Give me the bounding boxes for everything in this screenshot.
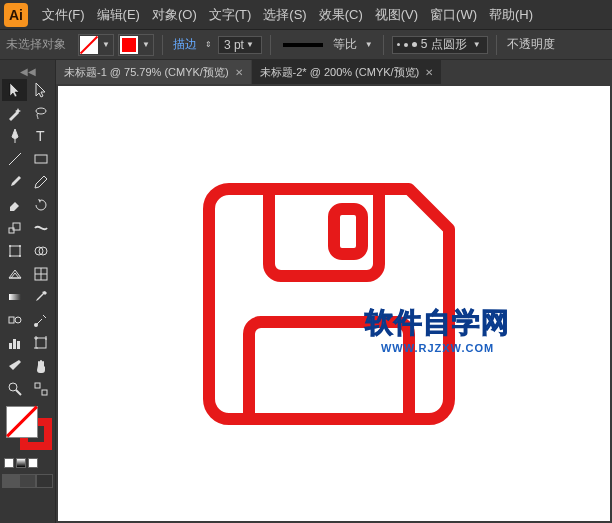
column-graph-tool[interactable] [2,332,27,354]
color-mode-color[interactable] [4,458,14,468]
svg-point-8 [19,245,21,247]
menu-file[interactable]: 文件(F) [36,6,91,24]
blend-tool[interactable] [2,309,27,331]
brush-preview-icon [397,42,417,47]
slice-tool[interactable] [2,355,27,377]
eyedropper-tool[interactable] [28,286,53,308]
close-icon[interactable]: ✕ [425,67,433,78]
svg-rect-3 [35,155,47,163]
menu-object[interactable]: 对象(O) [146,6,203,24]
print-tiling-tool[interactable] [28,378,53,400]
stroke-weight-field[interactable]: 3 pt▼ [218,36,262,54]
pen-tool[interactable] [2,125,27,147]
svg-point-18 [15,317,21,323]
brush-name: 5 点圆形 [421,36,467,53]
pencil-tool[interactable] [28,171,53,193]
draw-inside[interactable] [36,474,53,488]
canvas[interactable]: 软件自学网 WWW.RJZXW.COM [58,86,610,521]
svg-point-9 [9,255,11,257]
tab-doc-2[interactable]: 未标题-2* @ 200% (CMYK/预览) ✕ [252,60,442,84]
svg-rect-20 [9,343,12,349]
stroke-preview [283,43,323,47]
selection-tool[interactable] [2,79,27,101]
magic-wand-tool[interactable] [2,102,27,124]
svg-point-24 [9,383,17,391]
symbol-sprayer-tool[interactable] [28,309,53,331]
shape-builder-tool[interactable] [28,240,53,262]
menu-view[interactable]: 视图(V) [369,6,424,24]
brush-field[interactable]: 5 点圆形 ▼ [392,36,488,54]
workspace: 未标题-1 @ 75.79% (CMYK/预览) ✕ 未标题-2* @ 200%… [56,60,612,523]
selection-status: 未选择对象 [6,36,66,53]
menu-type[interactable]: 文字(T) [203,6,258,24]
line-tool[interactable] [2,148,27,170]
lasso-tool[interactable] [28,102,53,124]
type-tool[interactable]: T [28,125,53,147]
dropdown-icon: ▼ [100,40,112,49]
svg-line-2 [9,153,21,165]
mesh-tool[interactable] [28,263,53,285]
svg-rect-26 [35,383,40,388]
watermark-title: 软件自学网 [365,304,510,342]
panel-collapse-icon[interactable]: ◀◀ [2,64,53,79]
direct-selection-tool[interactable] [28,79,53,101]
menu-effect[interactable]: 效果(C) [313,6,369,24]
rectangle-tool[interactable] [28,148,53,170]
color-mode-gradient[interactable] [16,458,26,468]
separator [496,35,497,55]
svg-rect-16 [9,294,21,300]
dropdown-icon: ▼ [363,40,375,49]
rotate-tool[interactable] [28,194,53,216]
svg-point-19 [34,323,38,327]
opacity-label[interactable]: 不透明度 [507,36,555,53]
tool-panel: ◀◀ T [0,60,56,523]
watermark: 软件自学网 WWW.RJZXW.COM [365,304,510,354]
control-bar: 未选择对象 ▼ ▼ 描边 ⇕ 3 pt▼ 等比 ▼ 5 点圆形 ▼ 不透明度 [0,30,612,60]
app-logo: Ai [4,3,28,27]
uniform-label[interactable]: 等比 [333,36,357,53]
color-mode-none[interactable] [28,458,38,468]
separator [270,35,271,55]
stroke-stepper-icon[interactable]: ⇕ [203,40,214,49]
document-tabs: 未标题-1 @ 75.79% (CMYK/预览) ✕ 未标题-2* @ 200%… [56,60,612,84]
menu-window[interactable]: 窗口(W) [424,6,483,24]
zoom-tool[interactable] [2,378,27,400]
tab-doc-1[interactable]: 未标题-1 @ 75.79% (CMYK/预览) ✕ [56,60,251,84]
menu-help[interactable]: 帮助(H) [483,6,539,24]
perspective-grid-tool[interactable] [2,263,27,285]
color-mode-row [2,456,53,470]
draw-normal[interactable] [2,474,19,488]
watermark-url: WWW.RJZXW.COM [365,342,510,354]
color-swatches[interactable] [2,404,53,454]
close-icon[interactable]: ✕ [235,67,243,78]
free-transform-tool[interactable] [2,240,27,262]
fill-color-big[interactable] [6,406,38,438]
tab-label: 未标题-2* @ 200% (CMYK/预览) [260,65,420,80]
paintbrush-tool[interactable] [2,171,27,193]
width-tool[interactable] [28,217,53,239]
stroke-swatch[interactable]: ▼ [118,34,154,56]
svg-rect-23 [36,338,46,348]
scale-tool[interactable] [2,217,27,239]
menu-bar: Ai 文件(F) 编辑(E) 对象(O) 文字(T) 选择(S) 效果(C) 视… [0,0,612,30]
svg-rect-28 [334,209,362,254]
draw-behind[interactable] [19,474,36,488]
screen-mode-row [2,474,53,488]
hand-tool[interactable] [28,355,53,377]
svg-line-25 [16,390,21,395]
stroke-label[interactable]: 描边 [173,36,197,53]
svg-rect-21 [13,339,16,349]
artboard-tool[interactable] [28,332,53,354]
svg-rect-6 [10,246,20,256]
svg-point-10 [19,255,21,257]
fill-swatch[interactable]: ▼ [78,34,114,56]
dropdown-icon: ▼ [471,40,483,49]
svg-rect-22 [17,341,20,349]
separator [383,35,384,55]
gradient-tool[interactable] [2,286,27,308]
menu-edit[interactable]: 编辑(E) [91,6,146,24]
menu-select[interactable]: 选择(S) [257,6,312,24]
svg-text:T: T [36,128,45,144]
svg-rect-27 [42,390,47,395]
eraser-tool[interactable] [2,194,27,216]
